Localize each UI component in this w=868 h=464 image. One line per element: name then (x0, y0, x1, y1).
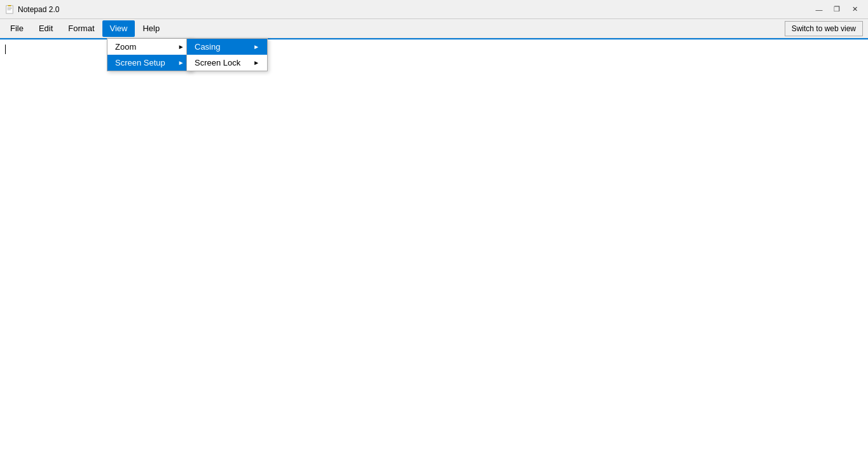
app-title: Notepad 2.0 (18, 5, 59, 14)
screen-setup-casing[interactable]: Casing ► (187, 39, 267, 55)
menu-bar: File Edit Format View Help Switch to web… (0, 19, 868, 38)
menu-bar-left: File Edit Format View Help (3, 20, 785, 37)
zoom-submenu-arrow: ► (178, 43, 184, 50)
title-bar-left: Notepad 2.0 (5, 5, 59, 14)
minimize-button[interactable]: — (811, 3, 827, 16)
svg-rect-4 (8, 5, 11, 6)
screen-setup-submenu: Casing ► Screen Lock ► (186, 38, 268, 71)
view-menu-zoom[interactable]: Zoom ► (107, 39, 192, 55)
screen-setup-screen-lock[interactable]: Screen Lock ► (187, 55, 267, 71)
menu-item-view[interactable]: View (102, 20, 135, 37)
title-bar: Notepad 2.0 — ❐ ✕ (0, 0, 868, 19)
menu-item-help[interactable]: Help (135, 20, 167, 37)
switch-to-web-button[interactable]: Switch to web view (785, 21, 863, 36)
notepad-icon (5, 5, 14, 14)
editor-area[interactable] (0, 39, 868, 464)
casing-submenu-arrow: ► (253, 43, 259, 50)
window-controls: — ❐ ✕ (811, 3, 863, 16)
maximize-button[interactable]: ❐ (829, 3, 845, 16)
view-menu-screen-setup[interactable]: Screen Setup ► (107, 55, 192, 71)
svg-rect-2 (8, 8, 12, 9)
screen-setup-submenu-arrow: ► (178, 59, 184, 66)
text-cursor (5, 45, 6, 54)
svg-rect-3 (8, 10, 11, 10)
svg-rect-1 (8, 7, 12, 8)
menu-item-edit[interactable]: Edit (31, 20, 60, 37)
view-dropdown: Zoom ► Screen Setup ► (107, 38, 193, 71)
menu-item-format[interactable]: Format (60, 20, 102, 37)
screen-lock-submenu-arrow: ► (253, 59, 259, 66)
close-button[interactable]: ✕ (846, 3, 863, 16)
menu-item-file[interactable]: File (3, 20, 31, 37)
